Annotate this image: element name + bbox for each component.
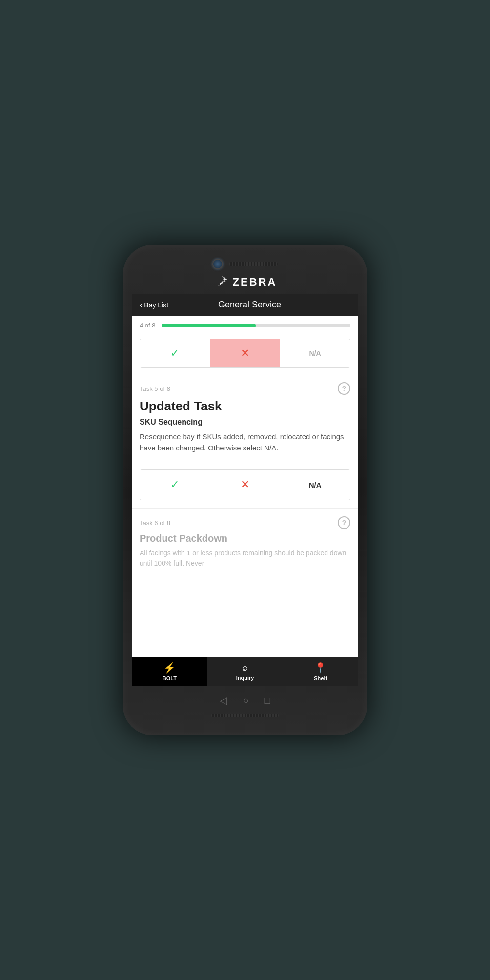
- check-icon: ✓: [170, 347, 179, 360]
- app-header: ‹ Bay List General Service: [132, 294, 358, 316]
- nav-bolt-label: BOLT: [163, 675, 177, 681]
- task6-description: All facings with 1 or less products rema…: [140, 548, 350, 569]
- camera-lens: [212, 259, 223, 269]
- task5-na-button[interactable]: N/A: [280, 470, 350, 500]
- zebra-brand-icon: [213, 274, 229, 290]
- task5-toggle-section: ✓ ✕ N/A: [132, 469, 358, 508]
- task4-pass-button[interactable]: ✓: [140, 339, 210, 368]
- android-back-button[interactable]: ◁: [220, 694, 227, 706]
- task4-fail-button[interactable]: ✕: [210, 339, 281, 368]
- nav-shelf[interactable]: 📍 Shelf: [283, 657, 358, 686]
- speaker-grille: [229, 262, 278, 266]
- task5-fail-button[interactable]: ✕: [210, 470, 281, 500]
- nav-inquiry[interactable]: ⌕ Inquiry: [207, 657, 283, 686]
- task5-na-label: N/A: [309, 481, 322, 489]
- bottom-speaker: [211, 714, 279, 717]
- task5-subtitle: SKU Sequencing: [140, 418, 350, 427]
- task6-help-icon[interactable]: ?: [338, 516, 350, 529]
- bottom-bezel: ◁ ○ □: [132, 686, 358, 725]
- task6-title: Product Packdown: [140, 533, 350, 544]
- task5-check-icon: ✓: [170, 478, 179, 491]
- task5-description: Resequence bay if SKUs added, removed, r…: [140, 431, 350, 453]
- back-label: Bay List: [144, 301, 168, 309]
- brand-name: ZEBRA: [233, 276, 277, 288]
- task5-title: Updated Task: [140, 399, 350, 414]
- task5-section: Task 5 of 8 ? Updated Task SKU Sequencin…: [132, 374, 358, 469]
- android-nav: ◁ ○ □: [220, 694, 270, 706]
- inquiry-icon: ⌕: [242, 662, 248, 673]
- back-button[interactable]: ‹ Bay List: [140, 301, 168, 309]
- android-recents-button[interactable]: □: [265, 695, 270, 706]
- camera-area: [212, 259, 278, 269]
- nav-bolt[interactable]: ⚡ BOLT: [132, 657, 207, 686]
- android-home-button[interactable]: ○: [243, 695, 248, 706]
- task6-counter: Task 6 of 8 ?: [140, 516, 350, 529]
- task5-toggle-buttons: ✓ ✕ N/A: [140, 469, 350, 500]
- progress-label: 4 of 8: [140, 322, 156, 329]
- task4-toggle-buttons: ✓ ✕ N/A: [140, 339, 350, 368]
- device: ZEBRA ‹ Bay List General Service 4 of 8: [123, 245, 367, 735]
- progress-bar-fill: [162, 324, 256, 327]
- x-icon: ✕: [241, 347, 249, 360]
- progress-info: 4 of 8: [140, 322, 350, 329]
- progress-bar-container: [162, 324, 350, 327]
- bottom-nav: ⚡ BOLT ⌕ Inquiry 📍 Shelf: [132, 657, 358, 686]
- screen: ‹ Bay List General Service 4 of 8: [132, 294, 358, 686]
- nav-inquiry-label: Inquiry: [236, 675, 254, 681]
- back-arrow-icon: ‹: [140, 301, 142, 309]
- header-title: General Service: [173, 300, 326, 310]
- task6-section: Task 6 of 8 ? Product Packdown All facin…: [132, 508, 358, 576]
- shelf-icon: 📍: [314, 662, 327, 674]
- task5-counter: Task 5 of 8 ?: [140, 382, 350, 395]
- task4-toggle-section: ✓ ✕ N/A: [132, 333, 358, 374]
- progress-section: 4 of 8: [132, 316, 358, 333]
- zebra-logo: ZEBRA: [213, 274, 277, 290]
- bolt-icon: ⚡: [163, 662, 176, 674]
- nav-shelf-label: Shelf: [314, 675, 327, 681]
- content-area: 4 of 8 ✓ ✕ N/A: [132, 316, 358, 657]
- na-label: N/A: [309, 349, 321, 357]
- task5-pass-button[interactable]: ✓: [140, 470, 210, 500]
- task5-x-icon: ✕: [241, 478, 249, 491]
- top-bezel: ZEBRA: [132, 255, 358, 294]
- task5-help-icon[interactable]: ?: [338, 382, 350, 395]
- task4-na-button[interactable]: N/A: [280, 339, 350, 368]
